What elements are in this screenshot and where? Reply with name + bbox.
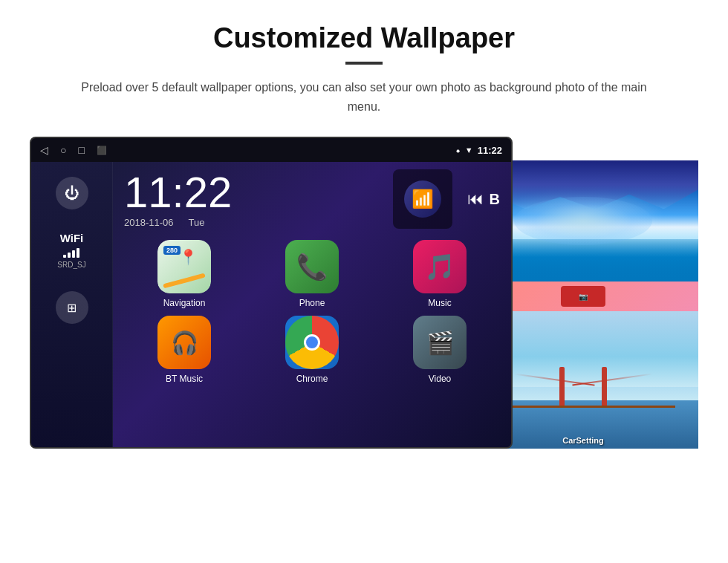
- wallpaper-divider-icon: 📷: [579, 293, 588, 301]
- bt-music-icon: 🎧: [171, 330, 198, 356]
- main-content: ⏻ WiFi SRD_SJ ⊞: [31, 162, 511, 449]
- android-device: ◁ ○ □ ⬛ ⬥ ▼ 11:22 ⏻: [30, 137, 513, 449]
- screenshot-icon[interactable]: ⬛: [97, 146, 107, 155]
- wifi-bar-2: [68, 253, 71, 258]
- clock-time: 11:22: [124, 171, 378, 214]
- video-label: Video: [429, 374, 451, 384]
- wifi-info: WiFi SRD_SJ: [57, 232, 85, 269]
- wifi-label: WiFi: [57, 232, 85, 244]
- home-icon[interactable]: ○: [60, 144, 66, 156]
- music-label: Music: [428, 298, 451, 308]
- music-app-icon[interactable]: 🎵: [413, 240, 467, 293]
- chrome-app-icon[interactable]: [285, 316, 339, 369]
- map-pin-icon: 📍: [179, 248, 198, 266]
- phone-icon: 📞: [296, 252, 328, 282]
- bridge-deck: [491, 406, 675, 408]
- status-right: ⬥ ▼ 11:22: [455, 145, 502, 156]
- wifi-ssid: SRD_SJ: [57, 261, 85, 269]
- clock-day: Tue: [189, 217, 205, 228]
- wifi-bars: [57, 247, 85, 258]
- recent-icon[interactable]: □: [78, 144, 84, 156]
- app-item-bt-music[interactable]: 🎧 BT Music: [124, 316, 244, 384]
- power-icon: ⏻: [65, 185, 79, 202]
- wifi-signal-icon: 📶: [412, 189, 434, 209]
- prev-track-icon[interactable]: ⏮: [467, 189, 484, 209]
- nav-map-graphic: 280 📍: [157, 240, 211, 293]
- clock-block: 11:22 2018-11-06 Tue: [124, 171, 378, 228]
- apps-grid-icon: ⊞: [67, 301, 77, 315]
- app-item-chrome[interactable]: Chrome: [252, 316, 372, 384]
- wifi-bar-4: [77, 248, 79, 258]
- clock-area: 11:22 2018-11-06 Tue 📶 ⏮: [124, 169, 500, 229]
- location-icon: ⬥: [455, 145, 461, 155]
- clock-date: 2018-11-06 Tue: [124, 217, 378, 228]
- title-divider: [345, 62, 383, 65]
- wifi-bar-1: [63, 255, 66, 258]
- navigation-app-icon[interactable]: 280 📍: [157, 240, 211, 293]
- bt-music-app-icon[interactable]: 🎧: [157, 316, 211, 369]
- navigation-label: Navigation: [163, 298, 206, 308]
- phone-label: Phone: [299, 298, 325, 308]
- power-button[interactable]: ⏻: [56, 177, 88, 209]
- wifi-icon: ▼: [465, 146, 473, 154]
- ice-glow: [514, 197, 652, 245]
- bt-music-label: BT Music: [166, 374, 203, 384]
- app-item-navigation[interactable]: 280 📍 Navigation: [124, 240, 244, 308]
- status-nav-icons: ◁ ○ □ ⬛: [40, 144, 107, 156]
- status-time: 11:22: [478, 145, 502, 156]
- app-grid: 280 📍 Navigation 📞: [124, 240, 500, 384]
- android-screen-wrapper: ◁ ○ □ ⬛ ⬥ ▼ 11:22 ⏻: [30, 137, 698, 449]
- page-description: Preload over 5 default wallpaper options…: [74, 78, 654, 116]
- wifi-bar-3: [72, 250, 75, 258]
- media-icon: 📶: [404, 180, 441, 218]
- bridge-tower-right: [602, 367, 607, 408]
- media-widget: 📶: [393, 169, 452, 229]
- bridge-towers: [559, 367, 607, 408]
- chrome-label: Chrome: [296, 374, 328, 384]
- music-icon: 🎵: [424, 252, 455, 282]
- app-item-music[interactable]: 🎵 Music: [380, 240, 500, 308]
- page-title: Customized Wallpaper: [213, 22, 515, 54]
- app-item-video[interactable]: 🎬 Video: [380, 316, 500, 384]
- bridge-tower-left: [559, 367, 565, 408]
- map-badge: 280: [163, 246, 181, 255]
- map-road: [163, 273, 205, 288]
- back-icon[interactable]: ◁: [40, 144, 48, 156]
- carsetting-label: CarSetting: [562, 436, 604, 445]
- apps-grid-button[interactable]: ⊞: [56, 291, 88, 324]
- clock-date-value: 2018-11-06: [124, 217, 174, 228]
- media-controls: ⏮ B: [467, 189, 500, 209]
- chrome-ring: [285, 316, 339, 369]
- center-content: 11:22 2018-11-06 Tue 📶 ⏮: [113, 162, 511, 449]
- video-icon: 🎬: [426, 330, 454, 356]
- chrome-center: [304, 334, 320, 351]
- wallpaper-divider-graphic: 📷: [561, 286, 605, 307]
- phone-app-icon[interactable]: 📞: [285, 240, 339, 293]
- status-bar: ◁ ○ □ ⬛ ⬥ ▼ 11:22: [31, 138, 511, 162]
- app-item-phone[interactable]: 📞 Phone: [252, 240, 372, 308]
- bluetooth-media-icon: B: [490, 191, 500, 208]
- video-app-icon[interactable]: 🎬: [413, 316, 467, 369]
- sidebar: ⏻ WiFi SRD_SJ ⊞: [31, 162, 113, 449]
